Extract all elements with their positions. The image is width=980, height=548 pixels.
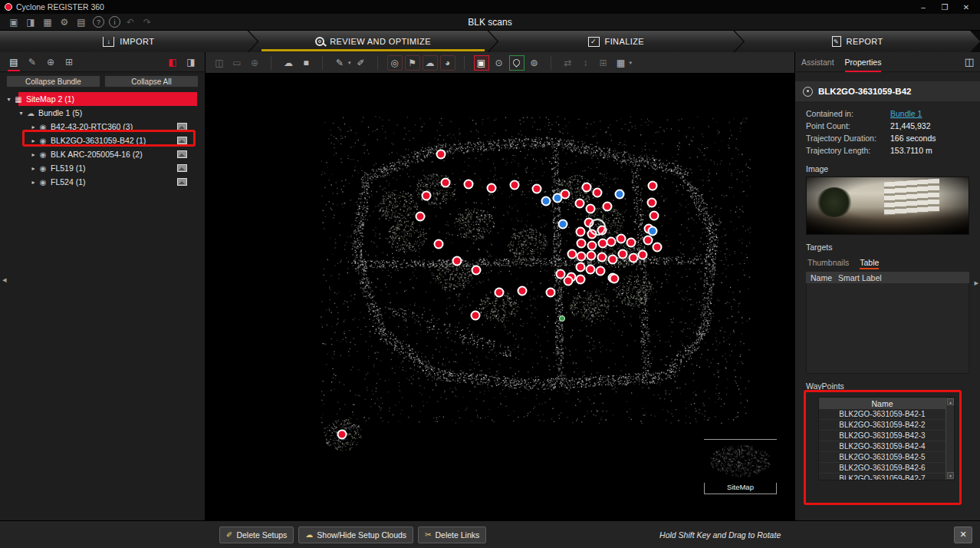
about-icon[interactable]: [109, 16, 120, 28]
tree-item-bundle[interactable]: Bundle 1 (5): [0, 106, 197, 120]
project-icon[interactable]: [6, 15, 21, 29]
setup-marker-red[interactable]: [452, 256, 462, 266]
show-images-toggle-icon[interactable]: [474, 55, 489, 71]
setup-marker-red[interactable]: [464, 180, 474, 190]
waypoint-row[interactable]: BLK2GO-3631059-B42-5: [819, 452, 945, 463]
setup-marker-red[interactable]: [603, 202, 613, 212]
tree-item-sitemap[interactable]: SiteMap 2 (1): [0, 92, 197, 106]
undo-icon[interactable]: [123, 15, 138, 29]
setup-marker-red[interactable]: [626, 238, 636, 248]
setup-marker-red[interactable]: [653, 243, 663, 253]
setup-marker-red[interactable]: [471, 311, 481, 321]
pointcloud-viewport[interactable]: SiteMap: [206, 74, 794, 520]
waypoint-pin-icon[interactable]: [509, 55, 525, 71]
waypoint-row[interactable]: BLK2GO-3631059-B42-7: [819, 474, 945, 480]
setup-marker-red[interactable]: [416, 212, 426, 222]
expander-icon[interactable]: [29, 137, 38, 144]
swap-links-icon[interactable]: [561, 55, 576, 71]
setup-marker-red[interactable]: [518, 286, 528, 296]
cloud-to-cloud-icon[interactable]: [281, 55, 296, 71]
camera-icon[interactable]: [492, 55, 507, 71]
setup-marker-red[interactable]: [610, 274, 620, 284]
workflow-step-import[interactable]: IMPORT: [0, 31, 258, 52]
trajectory-icon[interactable]: [527, 55, 542, 71]
setup-marker-red[interactable]: [337, 430, 347, 440]
tab-project-tree[interactable]: [5, 53, 23, 71]
help-icon[interactable]: [93, 16, 104, 28]
dropdown-arrow-icon[interactable]: ▾: [630, 60, 633, 66]
setup-marker-blue[interactable]: [541, 196, 551, 206]
setup-marker-red[interactable]: [618, 249, 628, 259]
eraser-icon[interactable]: [354, 55, 369, 71]
setup-marker-blue[interactable]: [558, 220, 568, 229]
setup-marker-red[interactable]: [577, 252, 587, 262]
split-view-icon[interactable]: [596, 55, 611, 71]
setup-marker-red[interactable]: [576, 227, 586, 237]
workflow-step-finalize[interactable]: FINALIZE: [488, 31, 743, 52]
fit-view-icon[interactable]: [229, 55, 245, 71]
open-project-icon[interactable]: [23, 15, 38, 29]
setup-marker-red[interactable]: [487, 183, 497, 193]
delete-setups-button[interactable]: Delete Setups: [219, 527, 294, 543]
scan-image-thumbnail[interactable]: [806, 177, 969, 235]
setup-marker-red[interactable]: [434, 239, 444, 249]
waypoint-row[interactable]: BLK2GO-3631059-B42-6: [819, 463, 945, 474]
collapse-bundle-button[interactable]: Collapse Bundle: [6, 75, 100, 87]
targets-table-body[interactable]: [806, 283, 969, 374]
tab-assistant[interactable]: Assistant: [801, 52, 834, 72]
scroll-up-icon[interactable]: [947, 398, 954, 405]
dropdown-arrow-icon[interactable]: ▾: [348, 60, 351, 66]
setup-marker-red[interactable]: [436, 150, 446, 160]
maximize-button[interactable]: [934, 0, 955, 14]
close-bottom-bar-button[interactable]: [954, 527, 972, 543]
link-marker-green[interactable]: [559, 315, 565, 322]
layout-toggle-icon[interactable]: [965, 56, 974, 68]
cloud-color-icon[interactable]: [298, 55, 314, 71]
setup-marker-blue[interactable]: [553, 193, 563, 203]
expander-icon[interactable]: [29, 179, 38, 186]
setup-marker-red[interactable]: [510, 180, 520, 190]
setup-marker-red[interactable]: [575, 199, 585, 209]
setup-marker-red[interactable]: [587, 251, 597, 261]
setup-marker-red[interactable]: [586, 204, 596, 214]
expander-icon[interactable]: [29, 151, 38, 158]
waypoint-row[interactable]: BLK2GO-3631059-B42-3: [819, 431, 945, 441]
zoom-region-icon[interactable]: [247, 55, 262, 71]
bundle-alt-view-icon[interactable]: [182, 53, 200, 71]
modules-icon[interactable]: [40, 15, 55, 29]
setup-marker-red[interactable]: [441, 178, 451, 188]
show-clouds-toggle-icon[interactable]: [423, 55, 438, 71]
link-edit-icon[interactable]: [332, 55, 347, 71]
setup-marker-red[interactable]: [608, 255, 618, 265]
setup-marker-red[interactable]: [649, 211, 659, 221]
tree-item-scan[interactable]: B42-43-20-RTC360 (3): [0, 120, 197, 134]
waypoint-row[interactable]: BLK2GO-3631059-B42-4: [819, 441, 945, 452]
tab-thumbnails[interactable]: Thumbnails: [807, 256, 849, 269]
setup-marker-red[interactable]: [567, 249, 577, 259]
tree-item-scan[interactable]: FL519 (1): [0, 161, 197, 175]
tab-geo[interactable]: [41, 53, 60, 71]
setup-marker-red[interactable]: [638, 250, 648, 260]
setup-marker-red[interactable]: [587, 241, 597, 251]
setup-marker-red[interactable]: [593, 188, 603, 198]
setup-marker-red[interactable]: [597, 253, 607, 262]
settings-icon[interactable]: [57, 15, 72, 29]
setup-marker-red[interactable]: [472, 266, 482, 276]
close-button[interactable]: [955, 0, 977, 14]
workflow-step-report[interactable]: REPORT: [735, 31, 980, 52]
setup-marker-red[interactable]: [596, 266, 606, 276]
add-label-icon[interactable]: [405, 55, 420, 71]
expander-icon[interactable]: [17, 110, 25, 117]
collapse-all-button[interactable]: Collapse All: [104, 75, 199, 87]
waypoint-row[interactable]: BLK2GO-3631059-B42-2: [819, 420, 945, 431]
tab-layout[interactable]: [60, 53, 78, 71]
selected-setup-ring[interactable]: [589, 219, 606, 236]
scroll-down-icon[interactable]: [947, 472, 954, 479]
setup-marker-red[interactable]: [582, 183, 592, 193]
setup-marker-red[interactable]: [607, 237, 617, 247]
setup-marker-red[interactable]: [495, 288, 505, 298]
tab-properties[interactable]: Properties: [845, 52, 882, 72]
setup-marker-red[interactable]: [576, 262, 586, 272]
tab-annotations[interactable]: [23, 53, 41, 71]
setup-marker-red[interactable]: [422, 191, 432, 201]
